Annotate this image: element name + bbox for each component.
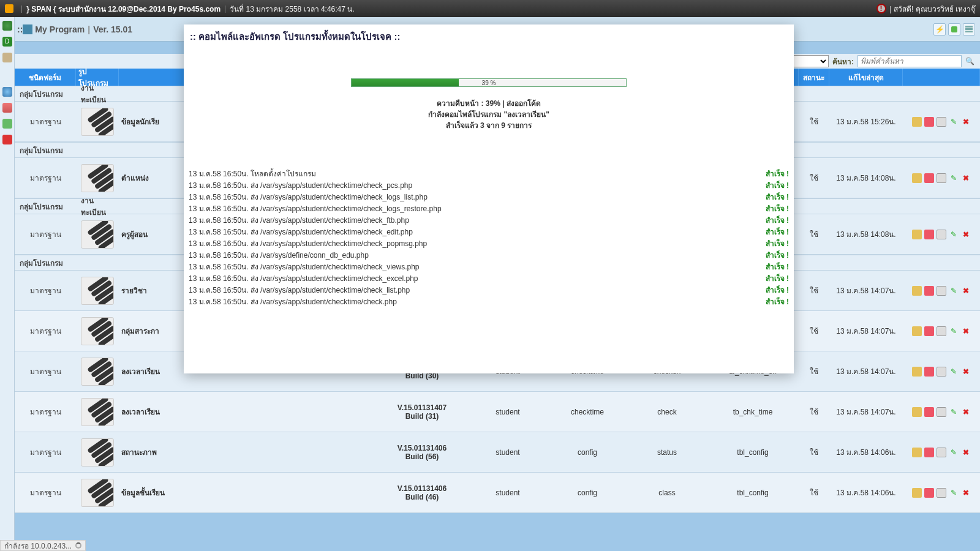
search-label: ค้นหา:	[832, 56, 854, 67]
cell-status: ใช้	[799, 102, 829, 141]
remove-icon[interactable]: ✖	[961, 173, 971, 183]
progress-percent: 39 %	[352, 79, 626, 87]
build-button[interactable]: ⚡	[933, 23, 946, 36]
edit-icon[interactable]: ✎	[949, 367, 959, 377]
cell-type: มาตรฐาน	[15, 158, 76, 198]
key-icon[interactable]	[912, 117, 922, 127]
palette-icon[interactable]	[924, 488, 934, 498]
key-icon[interactable]	[912, 488, 922, 498]
remove-icon[interactable]: ✖	[961, 407, 971, 417]
cell-status: ใช้	[799, 214, 829, 254]
edit-icon[interactable]: ✎	[949, 173, 959, 183]
link-icon[interactable]	[2, 53, 12, 62]
remove-icon[interactable]: ✖	[961, 448, 971, 457]
log-line: 13 ม.ค.58 16:50น. ส่ง /var/sys/app/stude…	[189, 203, 789, 214]
palette-icon[interactable]	[924, 286, 934, 296]
cell-type: มาตรฐาน	[15, 432, 76, 472]
log-status: สำเร็จ !	[766, 191, 789, 203]
copy-icon[interactable]	[937, 407, 946, 417]
log-line: 13 ม.ค.58 16:50น. ส่ง /var/sys/app/stude…	[189, 226, 789, 238]
database-icon[interactable]: D	[2, 37, 12, 47]
cell-date: 13 ม.ค.58 14:07น.	[829, 271, 903, 310]
status-icon[interactable]	[2, 119, 12, 129]
table-row[interactable]: มาตรฐานข้อมูลชั้นเรียนV.15.01131406Build…	[15, 473, 980, 513]
col-actions[interactable]	[903, 69, 980, 86]
cell-mod1: student	[468, 392, 548, 432]
reload-icon[interactable]	[2, 21, 12, 31]
col-type[interactable]: ชนิดฟอร์ม	[15, 69, 76, 86]
edit-icon[interactable]: ✎	[949, 117, 959, 127]
log-status: สำเร็จ !	[766, 272, 789, 284]
delete-icon[interactable]	[2, 135, 12, 144]
cell-version: V.15.01131406Build (46)	[376, 473, 468, 512]
window-icon	[23, 24, 32, 34]
remove-icon[interactable]: ✖	[961, 367, 971, 377]
palette-icon[interactable]	[924, 448, 934, 457]
search-input[interactable]	[858, 55, 962, 67]
cell-thumb	[76, 271, 119, 310]
col-date[interactable]: แก้ไขล่าสุด	[829, 69, 903, 86]
list-icon[interactable]	[2, 103, 12, 113]
program-version: Ver. 15.01	[93, 24, 132, 34]
palette-icon[interactable]	[924, 173, 934, 183]
key-icon[interactable]	[912, 326, 922, 336]
palette-icon[interactable]	[924, 117, 934, 127]
palette-icon[interactable]	[924, 230, 934, 239]
log-status: สำเร็จ !	[766, 284, 789, 296]
copy-icon[interactable]	[937, 117, 946, 127]
cell-date: 13 ม.ค.58 14:07น.	[829, 392, 903, 432]
log-text: 13 ม.ค.58 16:50น. ส่ง /var/sys/app/stude…	[189, 272, 761, 284]
remove-icon[interactable]: ✖	[961, 326, 971, 336]
cell-date: 13 ม.ค.58 14:07น.	[829, 351, 903, 391]
log-status: สำเร็จ !	[766, 226, 789, 238]
key-icon[interactable]	[912, 173, 922, 183]
cell-thumb	[76, 102, 119, 141]
copy-icon[interactable]	[937, 286, 946, 296]
spring-icon	[81, 358, 114, 386]
edit-icon[interactable]: ✎	[949, 448, 959, 457]
remove-icon[interactable]: ✖	[961, 230, 971, 239]
table-row[interactable]: มาตรฐานลงเวลาเรียนV.15.01131407Build (31…	[15, 392, 980, 432]
copy-icon[interactable]	[937, 488, 946, 498]
edit-icon[interactable]: ✎	[949, 230, 959, 239]
key-icon[interactable]	[912, 230, 922, 239]
cell-thumb	[76, 392, 119, 432]
cell-type: มาตรฐาน	[15, 351, 76, 391]
cell-mod3: status	[627, 432, 707, 472]
log-status: สำเร็จ !	[766, 168, 789, 179]
edit-icon[interactable]: ✎	[949, 488, 959, 498]
palette-icon[interactable]	[924, 407, 934, 417]
key-icon[interactable]	[912, 367, 922, 377]
edit-icon[interactable]: ✎	[949, 407, 959, 417]
key-icon[interactable]	[912, 286, 922, 296]
copy-icon[interactable]	[937, 367, 946, 377]
run-button[interactable]	[948, 23, 960, 36]
log-line: 13 ม.ค.58 16:50น. ส่ง /var/sys/app/stude…	[189, 272, 789, 284]
edit-icon[interactable]: ✎	[949, 326, 959, 336]
key-icon[interactable]	[912, 448, 922, 457]
log-status: สำเร็จ !	[766, 203, 789, 214]
globe-icon[interactable]	[2, 87, 12, 97]
edit-icon[interactable]: ✎	[949, 286, 959, 296]
copy-icon[interactable]	[937, 230, 946, 239]
cell-name: สถานะภาพ	[119, 432, 229, 472]
copy-icon[interactable]	[937, 173, 946, 183]
copy-icon[interactable]	[937, 326, 946, 336]
alert-icon[interactable]	[876, 4, 886, 13]
copy-icon[interactable]	[937, 448, 946, 457]
col-status[interactable]: สถานะ	[799, 69, 829, 86]
col-thumb[interactable]: รูปโปรแกรม	[76, 69, 119, 86]
remove-icon[interactable]: ✖	[961, 117, 971, 127]
layout-button[interactable]	[963, 23, 975, 36]
search-icon[interactable]: 🔍	[964, 56, 975, 67]
key-icon[interactable]	[912, 407, 922, 417]
palette-icon[interactable]	[924, 326, 934, 336]
remove-icon[interactable]: ✖	[961, 488, 971, 498]
table-row[interactable]: มาตรฐานสถานะภาพV.15.01131406Build (56)st…	[15, 432, 980, 473]
progress-line-1: ความคืบหน้า : 39% | ส่งออกโค้ด	[184, 98, 794, 109]
palette-icon[interactable]	[924, 367, 934, 377]
remove-icon[interactable]: ✖	[961, 286, 971, 296]
cell-table: tbl_config	[707, 432, 799, 472]
cell-thumb	[76, 432, 119, 472]
spring-icon	[81, 108, 114, 136]
